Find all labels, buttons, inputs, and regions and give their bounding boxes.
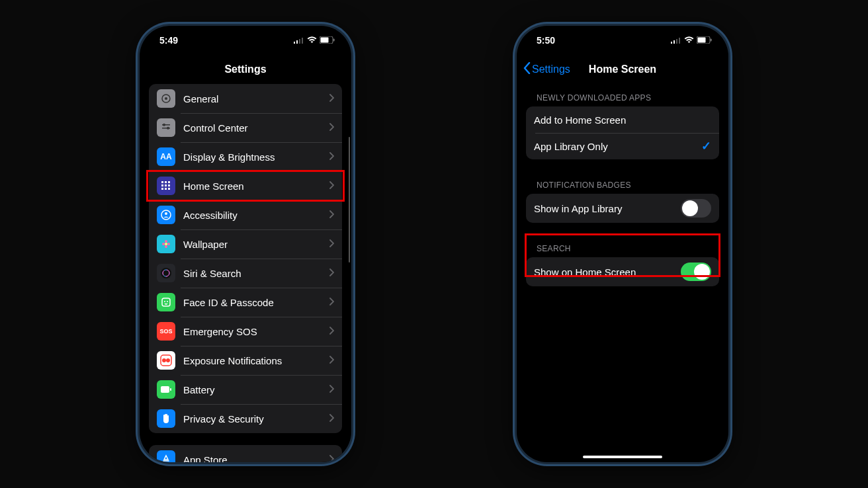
home-screen-settings[interactable]: Newly Downloaded Apps Add to Home Screen… [517, 84, 728, 462]
row-label: Face ID & Passcode [183, 297, 326, 308]
notch [580, 26, 666, 44]
svg-point-33 [164, 301, 165, 302]
svg-rect-15 [168, 181, 170, 183]
svg-rect-2 [299, 39, 300, 44]
back-button[interactable]: Settings [523, 62, 570, 77]
svg-point-26 [165, 245, 167, 248]
row-label: Display & Brightness [183, 151, 326, 163]
settings-row-face-id-passcode[interactable]: Face ID & Passcode [149, 288, 342, 317]
search-group: Show on Home Screen [526, 257, 719, 286]
svg-rect-16 [161, 184, 163, 186]
row-show-on-home-screen[interactable]: Show on Home Screen [526, 257, 719, 286]
svg-rect-43 [671, 42, 672, 44]
chevron-right-icon [329, 384, 334, 395]
siri-icon [157, 264, 175, 282]
settings-group-2: App StoreWallet & Apple Pay [149, 445, 342, 462]
row-label: Privacy & Security [183, 413, 326, 425]
svg-point-25 [165, 240, 167, 243]
row-label: Siri & Search [183, 268, 326, 279]
row-label: Battery [183, 384, 326, 395]
page-title: Home Screen [589, 63, 656, 75]
toggle-knob [682, 200, 698, 216]
toggle-show-in-app-library[interactable] [681, 199, 711, 218]
svg-point-12 [167, 127, 169, 130]
settings-row-emergency-sos[interactable]: SOSEmergency SOS [149, 317, 342, 346]
section-header-newly-downloaded: Newly Downloaded Apps [526, 84, 719, 106]
svg-rect-13 [161, 181, 163, 183]
chevron-right-icon [329, 454, 334, 462]
settings-row-home-screen[interactable]: Home Screen [149, 171, 342, 200]
row-label: Emergency SOS [183, 326, 326, 337]
grid-icon [157, 177, 175, 195]
gear-icon [157, 89, 175, 108]
sos-icon: SOS [157, 322, 175, 341]
wifi-icon [684, 35, 694, 46]
svg-rect-14 [165, 181, 167, 183]
nav-bar: Settings Home Screen [517, 55, 728, 84]
row-label: Home Screen [183, 181, 326, 192]
settings-row-exposure-notifications[interactable]: Exposure Notifications [149, 346, 342, 375]
settings-row-privacy-security[interactable]: Privacy & Security [149, 404, 342, 433]
signal-icon [671, 35, 681, 46]
svg-rect-6 [333, 39, 335, 42]
dots-icon [157, 351, 175, 370]
row-label: Show on Home Screen [534, 266, 681, 278]
settings-row-siri-search[interactable]: Siri & Search [149, 259, 342, 288]
section-header-notification-badges: Notification Badges [526, 171, 719, 194]
settings-row-accessibility[interactable]: Accessibility [149, 200, 342, 229]
option-app-library-only[interactable]: App Library Only✓ [526, 133, 719, 159]
status-icons [294, 35, 335, 46]
chevron-left-icon [523, 62, 531, 77]
chevron-right-icon [329, 413, 334, 424]
svg-rect-1 [296, 40, 298, 44]
row-label: Add to Home Screen [534, 114, 711, 126]
notification-badges-group: Show in App Library [526, 194, 719, 223]
svg-rect-17 [165, 184, 167, 186]
notch [202, 26, 288, 44]
option-add-to-home-screen[interactable]: Add to Home Screen [526, 106, 719, 133]
appstore-icon [157, 450, 175, 462]
person-icon [157, 206, 175, 224]
scrollbar[interactable] [349, 137, 350, 263]
back-label: Settings [532, 63, 570, 75]
row-label: Wallpaper [183, 239, 326, 250]
svg-point-29 [161, 268, 171, 278]
phone-settings: 5:49 Settings GeneralControl CenterAADis… [140, 26, 351, 462]
status-time: 5:49 [155, 35, 178, 46]
chevron-right-icon [329, 210, 334, 220]
settings-row-battery[interactable]: Battery [149, 375, 342, 404]
wifi-icon [307, 35, 317, 46]
sliders-icon [157, 118, 175, 137]
svg-point-36 [166, 358, 170, 362]
status-time: 5:50 [533, 35, 555, 46]
settings-group: GeneralControl CenterAADisplay & Brightn… [149, 84, 342, 433]
row-show-in-app-library[interactable]: Show in App Library [526, 194, 719, 223]
row-label: App Library Only [534, 141, 701, 152]
home-indicator[interactable] [583, 456, 662, 458]
face-icon [157, 293, 175, 311]
toggle-show-on-home-screen[interactable] [681, 263, 711, 281]
settings-row-control-center[interactable]: Control Center [149, 113, 342, 142]
svg-rect-5 [321, 38, 329, 43]
svg-rect-44 [673, 40, 675, 44]
settings-row-wallpaper[interactable]: Wallpaper [149, 229, 342, 259]
svg-rect-49 [711, 39, 712, 42]
hand-icon [157, 409, 175, 428]
chevron-right-icon [329, 181, 334, 191]
settings-row-app-store[interactable]: App Store [149, 445, 342, 462]
settings-row-display-brightness[interactable]: AADisplay & Brightness [149, 142, 342, 171]
svg-point-35 [162, 358, 166, 362]
settings-list[interactable]: GeneralControl CenterAADisplay & Brightn… [140, 84, 351, 462]
nav-bar: Settings [140, 55, 351, 84]
svg-rect-38 [161, 386, 169, 393]
svg-rect-32 [162, 298, 170, 306]
chevron-right-icon [329, 239, 334, 249]
chevron-right-icon [329, 122, 334, 133]
chevron-right-icon [329, 297, 334, 307]
chevron-right-icon [329, 268, 334, 278]
svg-rect-48 [698, 38, 706, 43]
newly-downloaded-group: Add to Home ScreenApp Library Only✓ [526, 106, 719, 159]
svg-rect-19 [161, 188, 163, 190]
settings-row-general[interactable]: General [149, 84, 342, 113]
svg-rect-3 [302, 38, 303, 44]
